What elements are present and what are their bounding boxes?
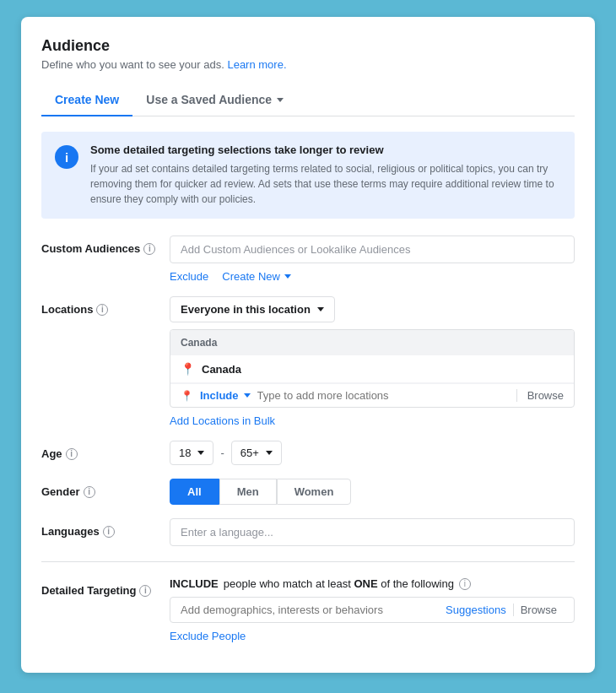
divider: [41, 561, 575, 562]
alert-title: Some detailed targeting selections take …: [90, 143, 561, 156]
custom-audiences-row: Custom Audiences i Exclude Create New: [41, 236, 575, 283]
chevron-down-icon: [277, 98, 284, 102]
alert-body: If your ad set contains detailed targeti…: [90, 161, 561, 207]
detailed-targeting-row: Detailed Targeting i INCLUDE people who …: [41, 577, 575, 642]
locations-section: Everyone in this location Canada 📍 Canad…: [170, 296, 575, 427]
custom-audiences-section: Exclude Create New: [170, 236, 575, 283]
age-section: 18 - 65+: [170, 441, 575, 465]
gender-buttons: All Men Women: [170, 479, 575, 505]
age-label: Age i: [41, 441, 159, 460]
locations-info-icon[interactable]: i: [96, 304, 108, 316]
location-type-dropdown[interactable]: Everyone in this location: [170, 296, 335, 322]
include-dropdown[interactable]: Include: [200, 389, 251, 402]
age-dash: -: [220, 447, 224, 459]
card-title: Audience: [41, 37, 575, 55]
languages-label: Languages i: [41, 518, 159, 538]
targeting-actions: Suggestions Browse: [439, 604, 564, 616]
location-browse-button[interactable]: Browse: [516, 389, 564, 402]
locations-row: Locations i Everyone in this location Ca…: [41, 296, 575, 427]
languages-info-icon[interactable]: i: [103, 526, 115, 538]
location-search-row: 📍 Include Browse: [170, 383, 574, 407]
location-box: Canada 📍 Canada 📍 Include Browse: [170, 329, 575, 408]
card-header: Audience Define who you want to see your…: [41, 37, 575, 71]
alert-content: Some detailed targeting selections take …: [90, 143, 561, 207]
info-icon: i: [55, 145, 78, 169]
targeting-input[interactable]: [181, 604, 432, 616]
exclude-button[interactable]: Exclude: [170, 270, 208, 283]
tab-create-new[interactable]: Create New: [41, 84, 132, 116]
location-search-input[interactable]: [257, 389, 510, 402]
gender-info-icon[interactable]: i: [84, 486, 95, 498]
gender-label: Gender i: [41, 479, 159, 498]
browse-targeting-button[interactable]: Browse: [513, 604, 564, 616]
detailed-targeting-desc-info-icon[interactable]: i: [459, 578, 471, 590]
languages-input[interactable]: [170, 518, 575, 546]
location-item: 📍 Canada: [170, 355, 574, 383]
chevron-down-icon: [266, 451, 273, 455]
pin-icon-small: 📍: [181, 390, 193, 402]
age-row: Age i 18 - 65+: [41, 441, 575, 465]
suggestions-link[interactable]: Suggestions: [439, 604, 513, 616]
targeting-input-row: Suggestions Browse: [170, 597, 575, 623]
tabs-container: Create New Use a Saved Audience: [41, 84, 575, 116]
custom-audiences-input[interactable]: [170, 236, 575, 263]
gender-all-button[interactable]: All: [170, 479, 219, 505]
gender-women-button[interactable]: Women: [277, 479, 352, 505]
languages-section: [170, 518, 575, 546]
audience-actions: Exclude Create New: [170, 270, 575, 283]
detailed-targeting-label: Detailed Targeting i: [41, 577, 159, 597]
detailed-targeting-info-icon[interactable]: i: [139, 585, 151, 597]
exclude-people-link[interactable]: Exclude People: [170, 630, 246, 642]
age-min-select[interactable]: 18: [170, 441, 213, 465]
chevron-down-icon: [244, 393, 251, 398]
age-controls: 18 - 65+: [170, 441, 575, 465]
detailed-targeting-desc: INCLUDE people who match at least ONE of…: [170, 577, 575, 590]
chevron-down-icon: [284, 274, 291, 279]
gender-row: Gender i All Men Women: [41, 479, 575, 505]
languages-row: Languages i: [41, 518, 575, 546]
create-new-button[interactable]: Create New: [222, 270, 291, 283]
detailed-targeting-section: INCLUDE people who match at least ONE of…: [170, 577, 575, 642]
learn-more-link[interactable]: Learn more.: [227, 58, 286, 71]
age-max-select[interactable]: 65+: [231, 441, 282, 465]
audience-card: Audience Define who you want to see your…: [21, 17, 595, 673]
custom-audiences-info-icon[interactable]: i: [143, 243, 155, 255]
card-subtitle: Define who you want to see your ads. Lea…: [41, 58, 575, 71]
tab-use-saved[interactable]: Use a Saved Audience: [132, 84, 297, 116]
locations-label: Locations i: [41, 296, 159, 316]
age-info-icon[interactable]: i: [66, 448, 78, 460]
chevron-down-icon: [317, 307, 324, 311]
alert-box: i Some detailed targeting selections tak…: [41, 132, 575, 219]
gender-men-button[interactable]: Men: [219, 479, 277, 505]
gender-section: All Men Women: [170, 479, 575, 505]
add-locations-bulk-link[interactable]: Add Locations in Bulk: [170, 414, 275, 427]
pin-icon: 📍: [181, 362, 195, 376]
chevron-down-icon: [197, 451, 204, 455]
custom-audiences-label: Custom Audiences i: [41, 236, 159, 255]
location-header: Canada: [170, 330, 574, 355]
